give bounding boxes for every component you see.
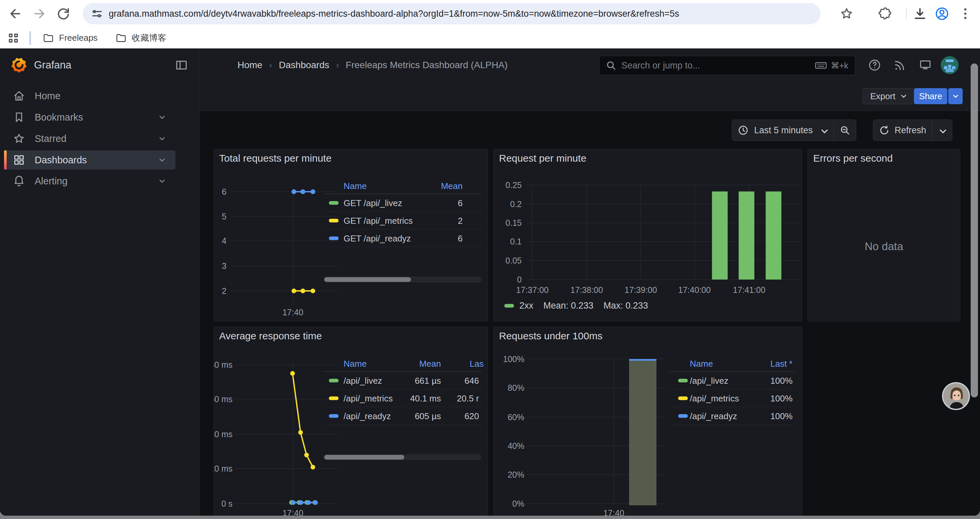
panel-total-requests-per-minute: Total requests per minute 6543217:40 Nam…: [213, 149, 488, 322]
legend-scrollbar[interactable]: [323, 276, 482, 283]
sidebar-toggle-icon[interactable]: [175, 58, 188, 72]
breadcrumb-separator: ›: [329, 60, 345, 70]
dashboards-grid-icon: [13, 153, 25, 166]
panel-title[interactable]: Errors per second: [813, 153, 892, 164]
legend-row[interactable]: /api/_metrics40.1 ms20.5 r: [323, 390, 482, 407]
legend-row[interactable]: /api/_readyz100%: [670, 407, 795, 425]
legend-col-name[interactable]: Name: [690, 359, 713, 369]
legend-row[interactable]: GET /api/_metrics2: [323, 212, 482, 230]
search-input[interactable]: Search or jump to... ⌘+k: [599, 56, 855, 75]
sidebar-item-alerting[interactable]: Alerting: [4, 171, 175, 191]
extensions-icon[interactable]: [877, 6, 892, 21]
help-icon[interactable]: [868, 58, 881, 72]
url-text[interactable]: grafana.mathmast.com/d/deytv4rwavabkb/fr…: [109, 9, 679, 19]
chart-legend[interactable]: 2xxMean: 0.233Max: 0.233: [504, 300, 658, 311]
axis-label: 17:37:00: [516, 285, 548, 295]
bar-chart: 0.250.20.150.10.05017:37:0017:38:0017:39…: [494, 149, 803, 322]
back-icon[interactable]: [8, 6, 23, 21]
sidebar-item-bookmarks[interactable]: Bookmarks: [4, 107, 175, 127]
share-dropdown-button[interactable]: [948, 88, 963, 104]
legend-swatch: [329, 396, 339, 400]
legend-row[interactable]: /api/_livez100%: [670, 372, 795, 390]
axis-label: 100%: [503, 355, 524, 364]
chevron-down-icon[interactable]: [158, 134, 167, 143]
legend-swatch: [329, 414, 339, 418]
bookmark-folder[interactable]: 收藏博客: [115, 32, 167, 44]
sidebar-item-home[interactable]: Home: [4, 86, 175, 105]
download-icon[interactable]: [913, 6, 927, 21]
axis-label: 40%: [508, 441, 524, 450]
time-range-picker[interactable]: Last 5 minutes: [732, 120, 856, 141]
axis-label: 80 ms: [214, 360, 232, 369]
reload-icon[interactable]: [56, 6, 71, 21]
sidebar-item-starred[interactable]: Starred: [4, 129, 175, 148]
legend-col[interactable]: Mean: [441, 181, 463, 192]
share-button[interactable]: Share: [914, 88, 947, 104]
monitor-icon[interactable]: [919, 58, 932, 72]
header-divider: [199, 48, 200, 82]
breadcrumb-item[interactable]: Home: [237, 60, 262, 70]
apps-grid-icon[interactable]: [7, 31, 20, 45]
zoom-out-button[interactable]: [834, 120, 856, 141]
legend-row[interactable]: /api/_readyz605 µs620: [323, 407, 482, 425]
grafana-app: Grafana Home›Dashboards›Freeleaps Metric…: [0, 48, 980, 516]
refresh-interval-button[interactable]: [932, 120, 952, 141]
legend-row[interactable]: GET /api/_livez6: [323, 194, 482, 212]
site-info-icon[interactable]: [91, 7, 103, 20]
legend-col[interactable]: Last *: [770, 359, 793, 369]
axis-label: 0.1: [510, 237, 522, 246]
legend-item: Mean: 0.233: [543, 300, 593, 311]
page-scrollbar[interactable]: [970, 64, 978, 398]
legend-item: 2xx: [519, 300, 533, 311]
legend-name: /api/_livez: [690, 376, 729, 386]
assistant-avatar[interactable]: [942, 382, 970, 410]
panel-average-response-time: Average response time 80 ms60 ms40 ms20 …: [213, 327, 488, 516]
chevron-down-icon[interactable]: [158, 113, 167, 122]
bookmark-icon: [13, 111, 25, 124]
axis-label: 40 ms: [214, 430, 232, 439]
address-bar[interactable]: grafana.mathmast.com/d/deytv4rwavabkb/fr…: [83, 3, 821, 24]
forward-icon[interactable]: [32, 6, 47, 21]
legend-value: 646: [465, 376, 479, 386]
bookmark-star-icon[interactable]: [839, 6, 854, 21]
export-button[interactable]: Export: [862, 88, 916, 104]
legend-name: /api/_metrics: [344, 393, 393, 404]
refresh-control[interactable]: Refresh: [873, 120, 952, 141]
breadcrumb-item[interactable]: Dashboards: [279, 60, 329, 70]
search-placeholder: Search or jump to...: [621, 61, 814, 71]
browser-menu-icon[interactable]: [958, 6, 973, 21]
legend-row[interactable]: GET /api/_readyz6: [323, 230, 482, 247]
legend-swatch: [329, 219, 339, 222]
legend-col-name[interactable]: Name: [344, 181, 367, 192]
legend-value: 100%: [770, 376, 793, 386]
legend-col[interactable]: Las: [470, 359, 484, 369]
axis-label: 0: [517, 275, 522, 284]
rss-icon[interactable]: [893, 58, 907, 72]
brand-title[interactable]: Grafana: [34, 48, 72, 82]
user-avatar[interactable]: [941, 56, 959, 74]
profile-avatar-icon[interactable]: [935, 6, 949, 21]
chevron-down-icon[interactable]: [158, 176, 167, 186]
chevron-down-icon[interactable]: [158, 155, 167, 164]
axis-label: 0.25: [505, 180, 522, 190]
sidebar-item-dashboards[interactable]: Dashboards: [4, 150, 175, 170]
legend-swatch: [329, 236, 339, 240]
legend-col-name[interactable]: Name: [344, 359, 367, 369]
refresh-button[interactable]: Refresh: [873, 120, 932, 141]
legend-name: GET /api/_readyz: [344, 233, 411, 244]
legend-name: GET /api/_livez: [344, 198, 402, 208]
bookmark-folder[interactable]: Freeleaps: [42, 32, 98, 44]
legend-row[interactable]: /api/_livez661 µs646: [323, 372, 482, 390]
folder-icon: [42, 32, 54, 44]
legend-col[interactable]: Mean: [419, 359, 441, 369]
breadcrumb-item[interactable]: Freeleaps Metrics Dashboard (ALPHA): [345, 60, 508, 70]
sidebar: HomeBookmarksStarredDashboardsAlerting: [0, 82, 200, 516]
legend-value: 20.5 r: [457, 393, 479, 404]
bookmarks-bar: Freeleaps收藏博客: [0, 27, 980, 48]
legend-row[interactable]: /api/_metrics100%: [670, 390, 795, 407]
legend-scrollbar[interactable]: [323, 454, 482, 460]
axis-label: 20 ms: [214, 464, 232, 473]
axis-label: 2: [222, 286, 226, 295]
grafana-logo[interactable]: [11, 57, 27, 73]
axis-label: 17:41:00: [733, 285, 765, 295]
